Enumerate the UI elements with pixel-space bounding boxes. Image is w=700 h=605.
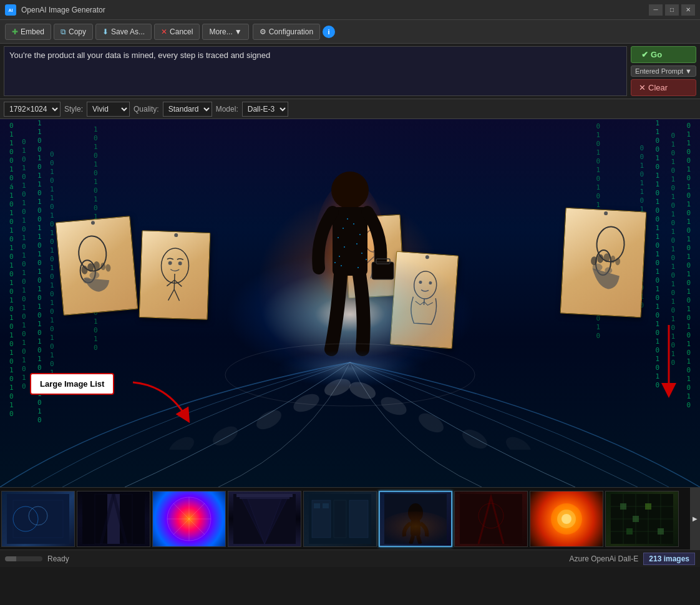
- svg-rect-105: [620, 503, 626, 510]
- svg-point-17: [168, 261, 172, 264]
- svg-point-37: [615, 258, 621, 265]
- svg-rect-84: [334, 500, 346, 538]
- go-button[interactable]: ✔ Go: [631, 46, 696, 63]
- save-as-label: Save As...: [111, 27, 145, 36]
- maximize-button[interactable]: □: [665, 4, 679, 16]
- svg-line-12: [174, 273, 175, 289]
- svg-point-10: [105, 264, 111, 272]
- toolbar: ✚ Embed ⧉ Copy ⬇ Save As... ✕ Cancel Mor…: [0, 20, 700, 44]
- svg-rect-86: [314, 503, 320, 508]
- more-chevron-icon: ▼: [235, 27, 242, 36]
- model-label: Model:: [216, 105, 238, 114]
- paper-card-1: [56, 216, 139, 316]
- info-icon: i: [328, 28, 330, 36]
- svg-point-4: [89, 271, 100, 279]
- thumbnail-9[interactable]: [605, 491, 679, 547]
- save-as-button[interactable]: ⬇ Save As...: [95, 24, 152, 40]
- svg-rect-87: [323, 503, 329, 508]
- svg-point-96: [561, 514, 571, 524]
- cancel-label: Cancel: [170, 27, 193, 36]
- configuration-button[interactable]: ⚙ Configuration: [253, 24, 320, 40]
- go-label: Go: [651, 50, 662, 59]
- thumbnail-1[interactable]: [1, 491, 75, 547]
- thumbnail-5[interactable]: [303, 491, 377, 547]
- go-check-icon: ✔: [641, 50, 648, 59]
- save-icon: ⬇: [102, 27, 109, 36]
- style-label: Style:: [64, 105, 83, 114]
- window-title: OpenAI Image Generator: [21, 6, 649, 14]
- tooltip-label: Large Image List: [30, 373, 114, 395]
- clear-x-icon: ✕: [639, 83, 646, 92]
- prompt-input[interactable]: You're the product all your data is mine…: [4, 46, 627, 96]
- svg-point-34: [597, 254, 604, 263]
- svg-point-67: [503, 433, 534, 450]
- size-select[interactable]: 1792×1024 1024×1024 1024×1792: [4, 102, 61, 117]
- quality-select[interactable]: Standard HD: [163, 102, 212, 117]
- embed-label: Embed: [21, 27, 44, 36]
- large-image-list-tooltip: Large Image List: [30, 373, 114, 395]
- entered-prompt-label: Entered Prompt: [635, 67, 683, 75]
- copy-button[interactable]: ⧉ Copy: [54, 24, 93, 40]
- main-image: 10110010á10101010101010101010101010 0101…: [0, 119, 700, 487]
- thumbnail-scroll-right[interactable]: ▶: [690, 487, 700, 549]
- clear-button[interactable]: ✕ Clear: [631, 79, 696, 96]
- svg-line-16: [173, 289, 180, 300]
- svg-rect-47: [338, 237, 339, 238]
- progress-bar: [5, 556, 42, 561]
- close-button[interactable]: ✕: [681, 4, 695, 16]
- more-button[interactable]: More... ▼: [202, 24, 248, 40]
- svg-point-39: [331, 172, 369, 209]
- copy-icon: ⧉: [61, 27, 66, 36]
- ready-label: Ready: [47, 554, 69, 563]
- svg-point-58: [322, 375, 353, 399]
- thumbnail-7[interactable]: [454, 491, 528, 547]
- more-label: More...: [209, 27, 232, 36]
- svg-point-62: [253, 407, 284, 433]
- svg-rect-40: [333, 207, 367, 276]
- svg-point-59: [347, 379, 378, 402]
- thumbnail-6[interactable]: [379, 491, 452, 547]
- svg-rect-53: [366, 259, 367, 260]
- thumbnail-2[interactable]: [77, 491, 150, 547]
- embed-button[interactable]: ✚ Embed: [5, 24, 51, 40]
- embed-icon: ✚: [12, 27, 18, 36]
- status-right: Azure OpenAi Dall-E 213 images: [570, 553, 695, 565]
- svg-rect-52: [334, 262, 336, 263]
- svg-point-60: [291, 390, 322, 415]
- svg-rect-107: [645, 503, 651, 510]
- svg-text:AI: AI: [9, 8, 13, 12]
- svg-point-66: [166, 433, 197, 450]
- svg-point-18: [178, 261, 182, 265]
- svg-rect-81: [240, 497, 289, 499]
- svg-rect-46: [359, 234, 361, 235]
- svg-point-65: [459, 426, 490, 450]
- svg-rect-41: [372, 262, 394, 279]
- clear-label: Clear: [648, 83, 668, 92]
- svg-point-63: [416, 410, 447, 437]
- svg-rect-48: [344, 246, 345, 248]
- entered-prompt-dropdown[interactable]: Entered Prompt ▼: [631, 65, 696, 77]
- svg-rect-51: [361, 253, 362, 254]
- svg-rect-49: [356, 243, 357, 244]
- model-select[interactable]: Dall-E-3 Dall-E-2: [242, 102, 288, 117]
- minimize-button[interactable]: ─: [649, 4, 663, 16]
- entered-prompt-chevron-icon: ▼: [685, 67, 692, 75]
- config-label: Configuration: [269, 27, 313, 36]
- image-count-badge: 213 images: [643, 553, 695, 565]
- thumbnail-bar: [0, 487, 700, 549]
- title-bar: AI OpenAI Image Generator ─ □ ✕: [0, 0, 700, 20]
- svg-rect-45: [353, 223, 354, 225]
- thumbnail-3[interactable]: [152, 491, 226, 547]
- svg-point-9: [100, 263, 106, 271]
- svg-rect-54: [341, 265, 342, 266]
- svg-point-64: [210, 423, 241, 450]
- thumbnail-8[interactable]: [530, 491, 603, 547]
- style-select[interactable]: Vivid Natural: [87, 102, 130, 117]
- info-button[interactable]: i: [323, 26, 335, 38]
- thumbnail-4[interactable]: [228, 491, 301, 547]
- svg-rect-92: [460, 494, 522, 544]
- app-icon: AI: [5, 4, 16, 16]
- azure-label: Azure OpenAi Dall-E: [570, 554, 639, 563]
- paper-card-5: [560, 208, 647, 318]
- cancel-button[interactable]: ✕ Cancel: [154, 24, 200, 40]
